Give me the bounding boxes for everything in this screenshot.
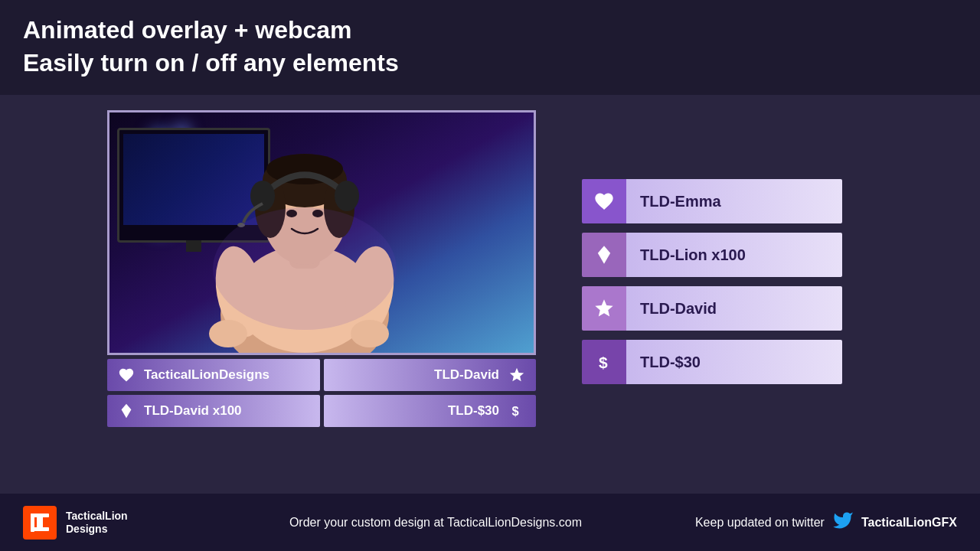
notif-card-tip: $ TLD-$30 — [582, 340, 842, 384]
logo-line1: TacticalLion — [66, 510, 128, 523]
svg-marker-18 — [122, 404, 132, 418]
notif-icon-diamond — [582, 233, 626, 277]
header-line1: Animated overlay + webcam — [23, 16, 352, 44]
bar-row-1: TacticalLionDesigns TLD-David — [107, 359, 536, 391]
notif-label-lion: TLD-Lion x100 — [626, 233, 842, 277]
notif-icon-heart — [582, 179, 626, 223]
bar-label-follower: TacticalLionDesigns — [144, 367, 270, 383]
svg-point-15 — [209, 320, 247, 347]
svg-rect-25 — [31, 514, 34, 532]
star-icon — [507, 365, 527, 385]
bar-item-follower: TacticalLionDesigns — [107, 359, 320, 391]
notif-label-tip-amount: TLD-$30 — [626, 340, 842, 384]
brand-logo-icon — [23, 506, 57, 540]
bar-label-bits: TLD-David x100 — [144, 403, 242, 419]
brand-logo-text: TacticalLion Designs — [66, 510, 128, 536]
svg-point-9 — [335, 181, 359, 211]
right-section: TLD-Emma TLD-Lion x100 TLD-David $ — [582, 110, 842, 427]
overlay-bars: TacticalLionDesigns TLD-David TLD-David … — [107, 359, 536, 427]
notif-icon-dollar: $ — [582, 340, 626, 384]
svg-text:$: $ — [512, 405, 519, 419]
twitter-label: Keep updated on twitter — [695, 516, 825, 530]
main-content: TacticalLionDesigns TLD-David TLD-David … — [0, 95, 980, 427]
twitter-bird-icon — [832, 510, 854, 536]
bar-item-bits: TLD-David x100 — [107, 395, 320, 427]
svg-text:$: $ — [599, 354, 608, 372]
twitter-handle: TacticalLionGFX — [861, 516, 957, 530]
header-section: Animated overlay + webcam Easily turn on… — [0, 0, 980, 95]
header-title: Animated overlay + webcam Easily turn on… — [23, 14, 957, 80]
svg-point-16 — [351, 320, 389, 347]
footer-cta-text: Order your custom design at TacticalLion… — [289, 516, 582, 529]
bar-item-tip: TLD-$30 $ — [324, 395, 537, 427]
person-silhouette — [171, 116, 439, 353]
diamond-icon — [116, 401, 136, 421]
logo-line2: Designs — [66, 523, 128, 536]
svg-point-17 — [213, 207, 397, 330]
notif-card-emma: TLD-Emma — [582, 179, 842, 223]
left-section: TacticalLionDesigns TLD-David TLD-David … — [107, 110, 536, 427]
bar-row-2: TLD-David x100 TLD-$30 $ — [107, 395, 536, 427]
svg-marker-20 — [598, 246, 610, 264]
notif-card-lion: TLD-Lion x100 — [582, 233, 842, 277]
heart-icon — [116, 365, 136, 385]
notif-label-david: TLD-David — [626, 286, 842, 331]
svg-point-8 — [250, 181, 275, 211]
footer-twitter: Keep updated on twitter TacticalLionGFX — [695, 510, 957, 536]
header-line2: Easily turn on / off any elements — [23, 49, 399, 77]
bar-label-tip: TLD-$30 — [448, 403, 499, 419]
notif-card-david: TLD-David — [582, 286, 842, 331]
footer-logo: TacticalLion Designs — [23, 506, 176, 540]
notif-icon-star — [582, 286, 626, 331]
footer-cta: Order your custom design at TacticalLion… — [176, 516, 695, 530]
webcam-scene — [109, 112, 534, 353]
dollar-icon: $ — [507, 401, 527, 421]
bar-item-sub: TLD-David — [324, 359, 537, 391]
notif-label-emma: TLD-Emma — [626, 179, 842, 223]
footer: TacticalLion Designs Order your custom d… — [0, 494, 980, 551]
bar-label-sub: TLD-David — [434, 367, 499, 383]
webcam-frame — [107, 110, 536, 355]
